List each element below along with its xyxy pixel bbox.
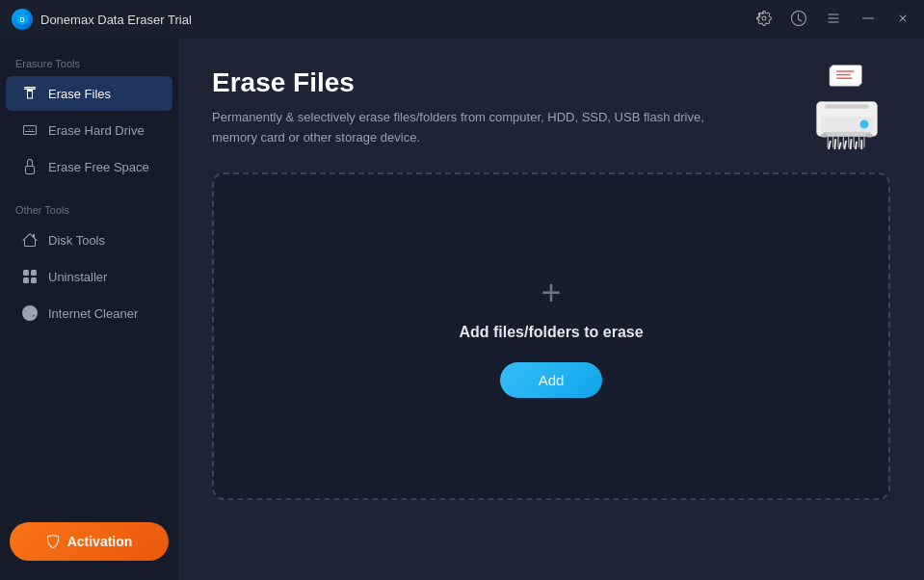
svg-line-24 <box>839 143 841 149</box>
erase-hard-drive-icon <box>21 121 39 139</box>
page-title: Erase Files <box>212 67 742 98</box>
sidebar-item-erase-files[interactable]: Erase Files <box>6 76 172 111</box>
activation-button[interactable]: Activation <box>10 522 169 561</box>
svg-text:D: D <box>19 16 24 23</box>
titlebar-controls <box>754 9 912 31</box>
plus-icon: + <box>541 276 561 310</box>
activation-label: Activation <box>67 534 133 549</box>
app-icon: D <box>12 9 33 30</box>
sidebar-item-internet-cleaner[interactable]: Internet Cleaner <box>6 296 172 330</box>
svg-rect-8 <box>826 104 869 109</box>
settings-button[interactable] <box>754 9 774 31</box>
svg-point-10 <box>860 119 869 128</box>
main-layout: Erasure Tools Erase Files Erase Hard Dri… <box>0 39 924 580</box>
content-area: Erase Files Permanently & selectively er… <box>178 39 924 580</box>
add-button[interactable]: Add <box>500 362 603 398</box>
page-header-text: Erase Files Permanently & selectively er… <box>212 67 742 148</box>
svg-rect-1 <box>24 87 36 89</box>
sidebar-item-disk-tools-label: Disk Tools <box>48 233 105 248</box>
sidebar-item-erase-files-label: Erase Files <box>48 87 111 101</box>
erase-files-icon <box>21 85 39 102</box>
svg-line-23 <box>834 139 835 149</box>
sidebar: Erasure Tools Erase Files Erase Hard Dri… <box>0 39 178 580</box>
sidebar-item-erase-free-space-label: Erase Free Space <box>48 160 149 174</box>
activation-icon <box>46 535 60 548</box>
page-description: Permanently & selectively erase files/fo… <box>212 108 742 148</box>
sidebar-item-internet-cleaner-label: Internet Cleaner <box>48 306 138 321</box>
sidebar-item-erase-hard-drive-label: Erase Hard Drive <box>48 123 145 138</box>
svg-line-25 <box>844 141 846 149</box>
svg-line-22 <box>829 141 831 149</box>
svg-rect-13 <box>866 134 873 138</box>
svg-rect-12 <box>821 134 828 138</box>
titlebar-left: D Donemax Data Eraser Trial <box>12 9 192 30</box>
uninstaller-icon <box>21 268 39 285</box>
sidebar-item-erase-hard-drive[interactable]: Erase Hard Drive <box>6 113 172 147</box>
app-title: Donemax Data Eraser Trial <box>40 13 192 27</box>
page-illustration <box>804 63 890 149</box>
erase-free-space-icon <box>21 158 39 175</box>
drop-hint-text: Add files/folders to erase <box>459 324 643 341</box>
erasure-tools-label: Erasure Tools <box>0 50 178 75</box>
svg-line-27 <box>856 142 857 149</box>
disk-tools-icon <box>21 231 39 249</box>
drop-zone[interactable]: + Add files/folders to erase Add <box>212 172 890 500</box>
svg-rect-11 <box>823 132 871 137</box>
menu-button[interactable] <box>824 9 843 31</box>
sidebar-item-uninstaller-label: Uninstaller <box>48 270 107 284</box>
other-tools-label: Other Tools <box>0 197 178 222</box>
sidebar-item-erase-free-space[interactable]: Erase Free Space <box>6 149 172 184</box>
internet-cleaner-icon <box>21 304 39 322</box>
svg-line-26 <box>851 139 852 149</box>
sidebar-item-uninstaller[interactable]: Uninstaller <box>6 259 172 294</box>
minimize-button[interactable] <box>858 9 878 31</box>
history-button[interactable] <box>789 9 808 31</box>
sidebar-item-disk-tools[interactable]: Disk Tools <box>6 223 172 257</box>
close-button[interactable] <box>893 9 912 31</box>
page-header: Erase Files Permanently & selectively er… <box>212 67 890 149</box>
titlebar: D Donemax Data Eraser Trial <box>0 0 924 39</box>
